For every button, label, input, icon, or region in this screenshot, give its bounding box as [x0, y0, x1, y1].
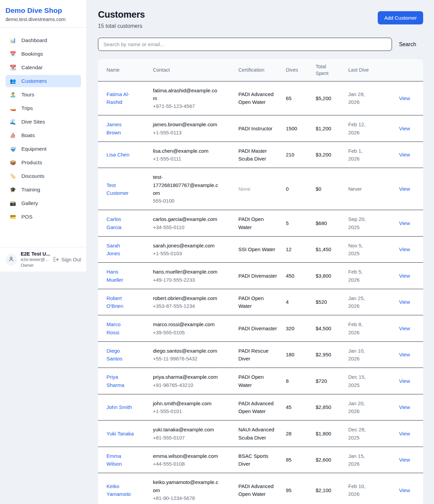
shop-name-link[interactable]: Demo Dive Shop: [5, 6, 81, 15]
sidebar-item-products[interactable]: 📦Products: [5, 156, 81, 169]
sidebar-item-tours[interactable]: 🏝️Tours: [5, 89, 81, 101]
customer-name-link[interactable]: Yuki Tanaka: [106, 431, 134, 436]
sign-out-button[interactable]: Sign Out: [53, 257, 81, 262]
customer-email: carlos.garcia@example.com: [153, 215, 221, 223]
customer-name-link[interactable]: Hans Mueller: [106, 269, 123, 282]
customer-name-link[interactable]: Carlos Garcia: [106, 216, 121, 230]
view-customer-link[interactable]: View: [399, 299, 410, 305]
customer-name-link[interactable]: Keiko Yamamoto: [106, 483, 131, 497]
customer-email: marco.rossi@example.com: [153, 320, 221, 328]
view-customer-link[interactable]: View: [399, 325, 410, 331]
customer-name-link[interactable]: Priya Sharma: [106, 374, 124, 388]
search-button[interactable]: Search: [392, 41, 423, 48]
customer-name-link[interactable]: Marco Rossi: [106, 321, 121, 335]
sidebar-item-gallery[interactable]: 📸Gallery: [5, 197, 81, 209]
customer-name-link[interactable]: Diego Santos: [106, 348, 122, 361]
customer-last-dive: Dec 28, 2025: [344, 421, 375, 447]
customer-dives: 65: [282, 81, 312, 115]
customer-contact-cell: john.smith@example.com+1-555-0101: [149, 394, 234, 421]
customer-last-dive: Jan 28, 2026: [344, 81, 375, 115]
sidebar-item-equipment[interactable]: 🤿Equipment: [5, 143, 81, 155]
customer-name-link[interactable]: Robert O'Brien: [106, 295, 123, 309]
customer-dives: 12: [282, 236, 312, 263]
customer-certification: BSAC Sports Diver: [234, 447, 282, 473]
table-row: Carlos Garciacarlos.garcia@example.com+3…: [98, 210, 423, 237]
customer-name-link[interactable]: Emma Wilson: [106, 453, 122, 467]
sidebar-item-bookings[interactable]: 📅Bookings: [5, 48, 81, 60]
customer-actions-cell: View: [375, 236, 423, 263]
sidebar-item-boats[interactable]: ⛵Boats: [5, 129, 81, 142]
customer-contact-cell: emma.wilson@example.com+44-555-0108: [149, 447, 234, 473]
view-customer-link[interactable]: View: [399, 95, 410, 101]
add-customer-button[interactable]: Add Customer: [378, 11, 423, 24]
customer-name-cell: Sarah Jones: [98, 236, 149, 263]
customer-email: keiko.yamamoto@example.com: [153, 478, 221, 494]
column-header-certification: Certification: [234, 59, 282, 81]
user-footer: E2E Test U... e2e-tester@... Owner Sign …: [0, 247, 86, 272]
table-row: Sarah Jonessarah.jones@example.com+1-555…: [98, 236, 423, 263]
customer-last-dive: Feb 12, 2026: [344, 115, 375, 142]
customer-actions-cell: View: [375, 368, 423, 394]
customer-email: sarah.jones@example.com: [153, 242, 221, 249]
customer-name-cell: Test Customer: [98, 168, 149, 210]
customer-certification: PADI Advanced Open Water: [234, 473, 282, 504]
customer-contact-cell: test-1772681807767@example.com555-0100: [149, 168, 234, 210]
view-customer-link[interactable]: View: [399, 186, 410, 192]
customer-certification: PADI Open Water: [234, 210, 282, 237]
sidebar-item-pos[interactable]: 💳POS: [5, 211, 81, 223]
sidebar-nav: 📊Dashboard📅Bookings📆Calendar👥Customers🏝️…: [0, 27, 86, 247]
camera-flash-icon: 📸: [9, 200, 16, 206]
view-customer-link[interactable]: View: [399, 487, 410, 493]
view-customer-link[interactable]: View: [399, 220, 410, 226]
customer-total-spent: $3,800: [312, 263, 344, 289]
sidebar-item-dashboard[interactable]: 📊Dashboard: [5, 34, 81, 46]
package-icon: 📦: [9, 160, 16, 166]
sidebar-item-trips[interactable]: 🚤Trips: [5, 102, 81, 114]
customer-actions-cell: View: [375, 341, 423, 368]
customer-name-cell: Diego Santos: [98, 341, 149, 368]
customer-dives: 45: [282, 394, 312, 421]
customer-name-link[interactable]: Lisa Chen: [106, 152, 130, 157]
search-input[interactable]: [98, 38, 392, 51]
sidebar-item-customers[interactable]: 👥Customers: [5, 75, 81, 87]
view-customer-link[interactable]: View: [399, 378, 410, 384]
customer-total-spent: $520: [312, 289, 344, 315]
view-customer-link[interactable]: View: [399, 404, 410, 410]
customer-dives: 85: [282, 447, 312, 473]
sidebar-item-label: Gallery: [21, 200, 38, 206]
sidebar-item-label: Trips: [21, 105, 33, 111]
view-customer-link[interactable]: View: [399, 352, 410, 357]
customer-actions-cell: View: [375, 142, 423, 168]
sidebar-item-training[interactable]: 🎓Training: [5, 184, 81, 196]
customer-actions-cell: View: [375, 263, 423, 289]
table-row: James Brownjames.brown@example.com+1-555…: [98, 115, 423, 142]
view-customer-link[interactable]: View: [399, 126, 410, 131]
customer-name-link[interactable]: John Smith: [106, 404, 132, 410]
tear-off-calendar-icon: 📆: [9, 64, 16, 71]
sign-out-label: Sign Out: [61, 257, 81, 262]
customer-total-spent: $2,600: [312, 447, 344, 473]
view-customer-link[interactable]: View: [399, 152, 410, 157]
customer-last-dive: Nov 5, 2025: [344, 236, 375, 263]
customer-email: yuki.tanaka@example.com: [153, 426, 221, 433]
view-customer-link[interactable]: View: [399, 246, 410, 252]
customer-name-link[interactable]: Fatima Al-Rashid: [106, 91, 130, 105]
view-customer-link[interactable]: View: [399, 273, 410, 279]
customer-name-link[interactable]: Test Customer: [106, 182, 129, 196]
user-name: E2E Test U...: [21, 251, 50, 257]
column-header-name: Name: [98, 59, 149, 81]
table-header-row: NameContactCertificationDivesTotal Spent…: [98, 59, 423, 81]
customer-email: robert.obrien@example.com: [153, 294, 221, 302]
sidebar-item-calendar[interactable]: 📆Calendar: [5, 61, 81, 74]
view-customer-link[interactable]: View: [399, 457, 410, 463]
customer-name-link[interactable]: James Brown: [106, 122, 121, 135]
column-header-contact: Contact: [149, 59, 234, 81]
table-row: Emma Wilsonemma.wilson@example.com+44-55…: [98, 447, 423, 473]
customer-phone: 555-0100: [153, 197, 221, 205]
customer-total-spent: $1,450: [312, 236, 344, 263]
sidebar-item-discounts[interactable]: 🏷️Discounts: [5, 170, 81, 182]
sidebar-item-dive-sites[interactable]: 🌊Dive Sites: [5, 116, 81, 128]
view-customer-link[interactable]: View: [399, 431, 410, 436]
customer-name-link[interactable]: Sarah Jones: [106, 243, 120, 256]
wave-icon: 🌊: [9, 119, 16, 125]
